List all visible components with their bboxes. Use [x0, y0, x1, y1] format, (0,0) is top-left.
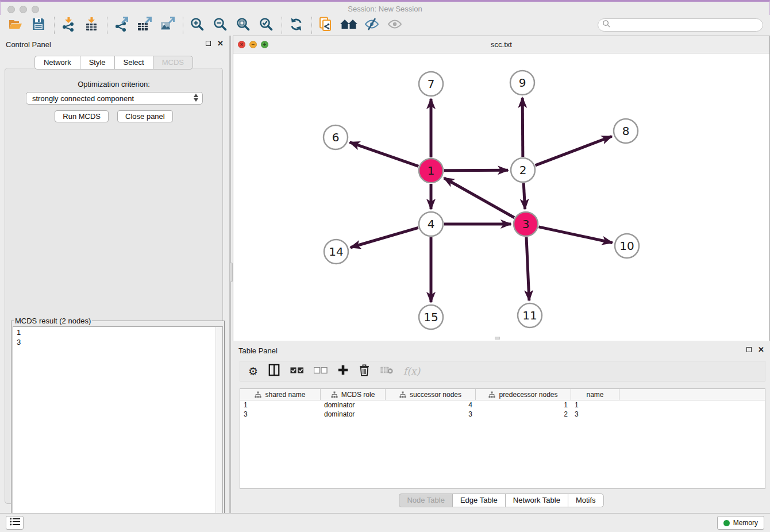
task-history-button[interactable] — [6, 516, 24, 530]
tab-network-table[interactable]: Network Table — [505, 494, 568, 507]
panel-splitter-handle[interactable] — [229, 263, 233, 282]
export-table-button[interactable] — [136, 17, 153, 34]
column-header-mcds-role[interactable]: MCDS role — [321, 389, 386, 400]
eye-icon — [387, 17, 402, 34]
graph-edge-2-9[interactable] — [522, 98, 523, 157]
network-file-icon — [318, 17, 333, 34]
graph-edge-3-1[interactable] — [444, 178, 514, 218]
save-session-button[interactable] — [30, 17, 47, 34]
table-panel: Table Panel ✕ ⚙ f(x) shared name MCDS ro… — [233, 342, 770, 511]
graph-edge-3-11[interactable] — [526, 237, 529, 300]
mcds-result-scrollbar[interactable] — [215, 327, 222, 530]
tab-edge-table[interactable]: Edge Table — [452, 494, 505, 507]
network-graph: 7968124314101511 — [233, 53, 769, 341]
float-table-panel-icon[interactable] — [746, 347, 752, 352]
network-file-button[interactable] — [317, 17, 334, 34]
mcds-result-text: 1 3 — [13, 327, 222, 348]
graph-edge-2-8[interactable] — [536, 136, 612, 165]
graph-edge-2-3[interactable] — [523, 183, 525, 209]
zoom-out-button[interactable] — [211, 17, 229, 34]
graph-node-label-10: 10 — [619, 239, 634, 253]
function-icon: f(x) — [403, 365, 420, 377]
trash-icon — [359, 364, 370, 379]
search-box[interactable] — [598, 18, 763, 32]
add-column-button[interactable] — [337, 364, 349, 378]
export-network-button[interactable] — [113, 17, 130, 34]
tab-network[interactable]: Network — [34, 56, 80, 70]
delete-table-icon — [380, 365, 394, 377]
refresh-button[interactable] — [287, 17, 305, 34]
control-panel-tabs: Network Style Select MCDS — [0, 56, 228, 70]
float-panel-icon[interactable] — [206, 41, 211, 46]
hierarchy-icon — [331, 391, 338, 398]
network-canvas[interactable]: 7968124314101511 — [233, 53, 769, 341]
column-header-predecessor-nodes[interactable]: predecessor nodes — [476, 389, 571, 400]
import-table-icon — [84, 17, 99, 34]
close-panel-button[interactable]: Close panel — [117, 110, 173, 122]
cell-mcds-role: dominator — [321, 410, 386, 419]
zoom-out-icon — [213, 17, 228, 34]
network-window-titlebar[interactable]: × − + scc.txt — [233, 36, 769, 53]
graph-edge-4-14[interactable] — [351, 228, 418, 247]
tab-node-table[interactable]: Node Table — [399, 494, 452, 507]
column-header-shared-name[interactable]: shared name — [240, 389, 321, 400]
table-settings-button[interactable]: ⚙ — [248, 364, 258, 378]
export-table-icon — [137, 17, 152, 34]
first-neighbors-button[interactable] — [340, 17, 357, 34]
main-toolbar — [0, 15, 770, 36]
column-header-successor-nodes[interactable]: successor nodes — [386, 389, 476, 400]
close-panel-icon[interactable]: ✕ — [217, 40, 224, 47]
zoom-fit-button[interactable] — [234, 17, 252, 34]
cell-successor-nodes: 4 — [386, 400, 476, 410]
show-all-button[interactable] — [386, 17, 403, 34]
graph-node-label-2: 2 — [519, 163, 527, 177]
node-table: shared name MCDS role successor nodes pr… — [240, 388, 765, 489]
mcds-result-area[interactable]: 1 3 — [13, 326, 223, 531]
plus-icon — [337, 364, 349, 378]
graph-node-label-15: 15 — [424, 310, 438, 324]
toolbar-separator — [311, 17, 313, 34]
tab-motifs[interactable]: Motifs — [568, 494, 604, 507]
apply-function-button[interactable]: f(x) — [403, 364, 420, 378]
status-bar: Memory — [0, 513, 770, 532]
delete-table-button[interactable] — [380, 364, 394, 378]
select-all-rows-button[interactable] — [290, 364, 304, 378]
graph-edge-3-10[interactable] — [538, 227, 612, 243]
close-table-panel-icon[interactable]: ✕ — [758, 346, 764, 353]
cell-shared-name: 1 — [240, 400, 321, 410]
application-window: Session: New Session Control Panel — [0, 0, 770, 532]
column-header-name[interactable]: name — [571, 389, 619, 400]
hide-selected-button[interactable] — [363, 17, 380, 34]
run-mcds-button[interactable]: Run MCDS — [55, 110, 109, 122]
control-panel-header: Control Panel ✕ — [0, 36, 229, 53]
memory-button-label: Memory — [733, 519, 758, 527]
export-network-icon — [114, 17, 129, 34]
optimization-criterion-select[interactable]: strongly connected component — [26, 92, 203, 105]
tab-select[interactable]: Select — [114, 56, 153, 70]
show-columns-button[interactable] — [268, 364, 280, 378]
graph-node-label-14: 14 — [329, 245, 343, 259]
graph-edge-1-6[interactable] — [350, 142, 419, 167]
import-table-button[interactable] — [83, 17, 100, 34]
deselect-all-rows-button[interactable] — [314, 364, 328, 378]
delete-column-button[interactable] — [359, 364, 370, 378]
zoom-selected-button[interactable] — [257, 17, 275, 34]
import-network-button[interactable] — [60, 17, 77, 34]
memory-status-icon — [723, 520, 730, 526]
tab-mcds[interactable]: MCDS — [153, 56, 193, 70]
export-image-button[interactable] — [159, 17, 176, 34]
search-input[interactable] — [613, 21, 763, 30]
graph-node-label-6: 6 — [332, 130, 340, 144]
open-session-button[interactable] — [7, 17, 24, 34]
memory-button[interactable]: Memory — [717, 516, 764, 530]
graph-edge-1-2[interactable] — [444, 170, 508, 171]
table-row[interactable]: 1 dominator 4 1 1 — [240, 400, 765, 410]
canvas-hscroll-thumb[interactable] — [495, 337, 500, 340]
graph-node-label-3: 3 — [522, 217, 530, 231]
table-row[interactable]: 3 dominator 3 2 3 — [240, 410, 765, 419]
unchecked-boxes-icon — [314, 366, 328, 376]
zoom-in-button[interactable] — [188, 17, 206, 34]
tab-style[interactable]: Style — [80, 56, 114, 70]
graph-node-label-1: 1 — [428, 164, 435, 178]
table-toolbar: ⚙ f(x) — [240, 361, 765, 381]
